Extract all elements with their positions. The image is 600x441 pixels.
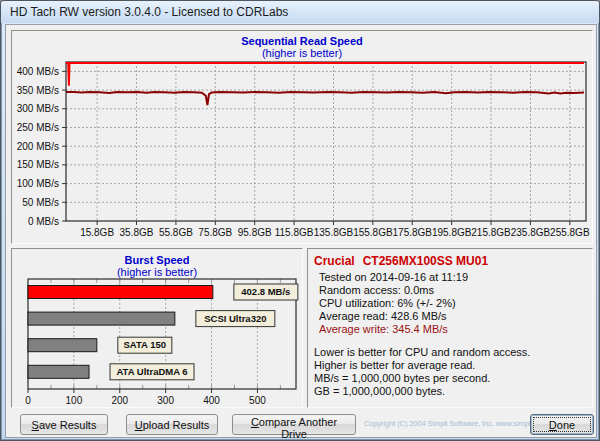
- average-read-line: Average read: 428.6 MB/s: [314, 310, 586, 323]
- note-line: Lower is better for CPU and random acces…: [314, 346, 586, 359]
- svg-text:75.8GB: 75.8GB: [198, 227, 232, 238]
- svg-text:55.8GB: 55.8GB: [159, 227, 193, 238]
- client-area: Sequential Read Speed (higher is better)…: [5, 24, 597, 438]
- note-line: MB/s = 1,000,000 bytes per second.: [314, 372, 586, 385]
- save-results-button[interactable]: Save Results: [20, 414, 108, 435]
- burst-bar-0: [28, 286, 213, 299]
- svg-text:155.8GB: 155.8GB: [353, 227, 393, 238]
- svg-text:195.8GB: 195.8GB: [432, 227, 472, 238]
- note-line: Higher is better for average read.: [314, 359, 586, 372]
- drive-brand: Crucial: [314, 254, 355, 268]
- drive-model: CT256MX100SS MU01: [363, 254, 488, 268]
- svg-text:200: 200: [111, 395, 128, 406]
- drive-name: CrucialCT256MX100SS MU01: [314, 254, 586, 268]
- svg-text:100 MB/s: 100 MB/s: [17, 178, 59, 189]
- svg-text:250 MB/s: 250 MB/s: [17, 122, 59, 133]
- sequential-read-panel: Sequential Read Speed (higher is better)…: [11, 30, 593, 244]
- burst-speed-panel: Burst Speed (higher is better) 010020030…: [11, 248, 303, 408]
- random-access-line: Random access: 0.0ms: [314, 284, 586, 297]
- burst-bar-3: [28, 365, 89, 378]
- svg-text:15.8GB: 15.8GB: [80, 227, 114, 238]
- compare-another-drive-button[interactable]: Compare Another Drive: [232, 414, 356, 435]
- svg-text:350 MB/s: 350 MB/s: [17, 85, 59, 96]
- svg-text:35.8GB: 35.8GB: [120, 227, 154, 238]
- burst-bar-2: [28, 339, 97, 352]
- copyright-text: Copyright (C) 2004 Simpli Software, Inc.…: [364, 419, 526, 428]
- burst-bar-1: [28, 312, 175, 325]
- note-line: GB = 1,000,000,000 bytes.: [314, 385, 586, 398]
- svg-text:ATA UltraDMA 6: ATA UltraDMA 6: [116, 366, 187, 377]
- upload-results-button[interactable]: Upload Results: [126, 414, 218, 435]
- app-window: HD Tach RW version 3.0.4.0 - Licensed to…: [0, 0, 600, 441]
- svg-text:50 MB/s: 50 MB/s: [22, 197, 59, 208]
- svg-text:200 MB/s: 200 MB/s: [17, 141, 59, 152]
- svg-text:0 MB/s: 0 MB/s: [28, 216, 59, 227]
- svg-text:300: 300: [157, 395, 174, 406]
- sequential-read-chart: 0 MB/s50 MB/s100 MB/s150 MB/s200 MB/s250…: [12, 31, 592, 243]
- svg-text:95.8GB: 95.8GB: [238, 227, 272, 238]
- svg-text:115.8GB: 115.8GB: [275, 227, 314, 238]
- svg-text:500: 500: [249, 395, 266, 406]
- svg-text:400 MB/s: 400 MB/s: [17, 66, 59, 77]
- notes-block: Lower is better for CPU and random acces…: [314, 346, 586, 398]
- burst-speed-chart: 0100200300400500402.8 MB/sSCSI Ultra320S…: [12, 249, 302, 407]
- average-write-line: Average write: 345.4 MB/s: [314, 323, 586, 336]
- svg-text:402.8 MB/s: 402.8 MB/s: [241, 286, 290, 297]
- window-title: HD Tach RW version 3.0.4.0 - Licensed to…: [10, 5, 288, 19]
- svg-text:150 MB/s: 150 MB/s: [17, 159, 59, 170]
- svg-text:175.8GB: 175.8GB: [393, 227, 433, 238]
- svg-text:SCSI Ultra320: SCSI Ultra320: [204, 313, 266, 324]
- svg-text:SATA 150: SATA 150: [124, 339, 167, 350]
- svg-text:300 MB/s: 300 MB/s: [17, 103, 59, 114]
- series-sequential-read: [66, 63, 584, 86]
- series-sequential-write: [66, 92, 584, 105]
- svg-text:135.8GB: 135.8GB: [314, 227, 354, 238]
- svg-text:255.8GB: 255.8GB: [550, 227, 590, 238]
- titlebar[interactable]: HD Tach RW version 3.0.4.0 - Licensed to…: [1, 1, 599, 23]
- done-button[interactable]: Done: [530, 414, 594, 435]
- svg-text:0: 0: [25, 395, 31, 406]
- svg-text:235.8GB: 235.8GB: [511, 227, 551, 238]
- tested-on-line: Tested on 2014-09-16 at 11:19: [314, 271, 586, 284]
- cpu-utilization-line: CPU utilization: 6% (+/- 2%): [314, 297, 586, 310]
- svg-text:215.8GB: 215.8GB: [471, 227, 511, 238]
- svg-text:100: 100: [66, 395, 83, 406]
- drive-info-panel: CrucialCT256MX100SS MU01 Tested on 2014-…: [307, 248, 593, 408]
- svg-text:400: 400: [203, 395, 220, 406]
